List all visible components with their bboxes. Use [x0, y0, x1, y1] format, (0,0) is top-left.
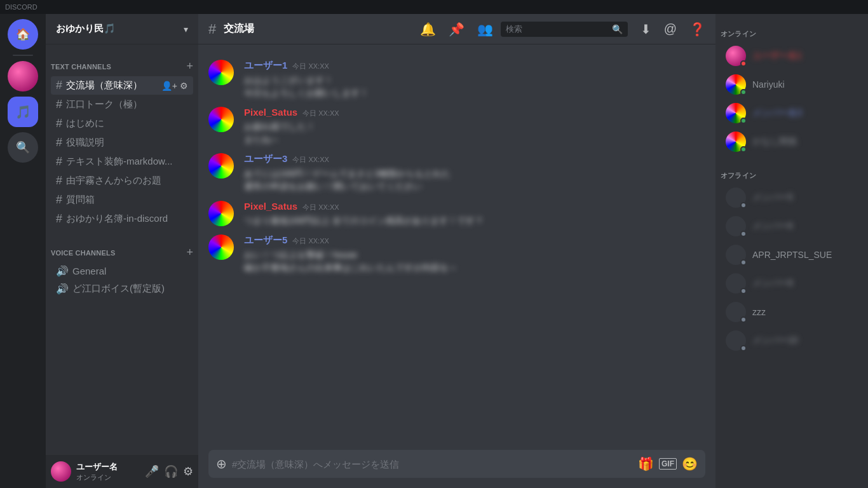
headset-icon[interactable]: 🎧 — [164, 464, 178, 478]
member-item[interactable]: メンバー8 — [721, 269, 863, 297]
member-avatar — [726, 302, 746, 322]
gift-icon[interactable]: 🎁 — [638, 456, 654, 471]
channel-name-shitsumon: 質問箱 — [66, 194, 188, 206]
member-avatar — [726, 216, 746, 236]
channel-item-eguchi[interactable]: # 江口トーク（極） — [51, 95, 193, 114]
member-avatar — [726, 245, 746, 265]
message-header: Pixel_Satus 今日 XX:XX — [244, 201, 705, 212]
channel-item-tekisuto[interactable]: # テキスト装飾-markdow... — [51, 152, 193, 171]
channel-name-kouryujo: 交流場（意味深） — [66, 79, 161, 92]
message-username: Pixel_Satus — [244, 201, 297, 212]
message-content: ユーザー1 今日 XX:XX おはようございます！ 今日もよろしくお願いします！ — [244, 60, 705, 99]
search-bar[interactable]: 🔍 — [501, 22, 628, 37]
channel-item-hajimeni[interactable]: # はじめに — [51, 114, 193, 133]
message-text: 確か不整地さんの出来事はこれいたんですが内容を～ — [244, 262, 705, 274]
members-icon[interactable]: 👥 — [477, 22, 493, 37]
app-title: DISCORD — [5, 3, 37, 11]
voice-icon: 🔊 — [56, 265, 69, 277]
server-icon-active[interactable]: 🎵 — [8, 97, 38, 127]
voice-channels-category[interactable]: VOICE CHANNELS + — [46, 236, 198, 262]
channel-item-yuziri[interactable]: # 由宇霧さんからのお題 — [51, 172, 193, 190]
channel-item-yakushoku[interactable]: # 役職説明 — [51, 133, 193, 152]
channel-item-kouryujo[interactable]: # 交流場（意味深） 👤+ ⚙ — [51, 76, 193, 95]
channel-item-nameboo[interactable]: # おゆかり名簿-in-discord — [51, 210, 193, 228]
member-item[interactable]: メンバー名3 — [721, 99, 863, 127]
channel-item-eguchi-voice[interactable]: 🔊 ど江口ボイス(暫定版) — [51, 280, 193, 297]
add-text-channel-icon[interactable]: + — [186, 60, 193, 73]
settings-icon[interactable]: ⚙ — [183, 464, 193, 478]
channel-name-general: General — [72, 266, 188, 276]
member-name: ユーザー名1 — [752, 50, 858, 62]
server-explore-icon[interactable]: 🔍 — [8, 132, 38, 163]
invite-icon[interactable]: 👤+ — [161, 81, 177, 91]
member-name: メンバー名3 — [752, 107, 858, 119]
channel-item-shitsumon[interactable]: # 質問箱 — [51, 191, 193, 209]
member-avatar — [726, 273, 746, 294]
member-avatar — [726, 132, 746, 152]
member-item[interactable]: かなし関係 — [721, 128, 863, 156]
user-avatar — [51, 461, 71, 482]
mention-icon[interactable]: @ — [664, 22, 677, 36]
channel-name-tekisuto: テキスト装飾-markdow... — [66, 156, 188, 168]
message-username: Pixel_Satus — [244, 107, 297, 118]
user-status: オンライン — [76, 473, 140, 482]
member-avatar — [726, 46, 746, 66]
message-input[interactable] — [232, 452, 633, 476]
message-timestamp: 今日 XX:XX — [302, 203, 339, 212]
text-channels-category[interactable]: TEXT CHANNELS + — [46, 50, 198, 76]
search-input[interactable] — [506, 24, 609, 34]
add-attachment-icon[interactable]: ⊕ — [216, 456, 227, 471]
channel-item-general-voice[interactable]: 🔊 General — [51, 262, 193, 280]
server-name: おゆかり民🎵 — [56, 23, 184, 35]
message-text: 今日もよろしくお願いします！ — [244, 87, 705, 100]
member-name: Nariyuki — [752, 79, 858, 90]
message-avatar — [208, 234, 234, 260]
member-name: zzz — [752, 307, 858, 317]
inbox-icon[interactable]: ⬇ — [641, 22, 651, 37]
member-avatar — [726, 187, 746, 208]
message-text: おはようございます！ — [244, 74, 705, 87]
notification-icon[interactable]: 🔔 — [420, 22, 436, 37]
channels-list: TEXT CHANNELS + # 交流場（意味深） 👤+ ⚙ # 江口トーク（… — [46, 44, 198, 455]
status-indicator — [740, 202, 747, 208]
hash-icon: # — [56, 212, 62, 226]
member-avatar — [726, 330, 746, 351]
member-item[interactable]: メンバー10 — [721, 327, 863, 355]
member-name: メンバー6 — [752, 220, 858, 232]
message-header: ユーザー5 今日 XX:XX — [244, 234, 705, 247]
member-item[interactable]: メンバー5 — [721, 184, 863, 212]
message-text: お疲れ様でした！ — [244, 121, 705, 133]
add-voice-channel-icon[interactable]: + — [186, 246, 193, 259]
member-name: メンバー5 — [752, 192, 858, 203]
member-item[interactable]: APR_JRPTSL_SUE — [721, 241, 863, 269]
server-icon-1[interactable] — [8, 61, 38, 92]
hash-icon: # — [56, 79, 62, 92]
message-text: 通常の申請をお願い！聞いておいてください — [244, 180, 705, 193]
message-group: ユーザー3 今日 XX:XX あてには100円！ゲームでまさと3種類からもとれた… — [198, 151, 715, 195]
mic-icon[interactable]: 🎤 — [145, 464, 159, 478]
user-info: ユーザー名 オンライン — [76, 461, 140, 482]
search-icon: 🔍 — [612, 24, 623, 34]
help-icon[interactable]: ❓ — [689, 22, 705, 37]
message-username: ユーザー5 — [244, 234, 287, 247]
status-indicator — [740, 231, 747, 237]
member-item[interactable]: Nariyuki — [721, 71, 863, 98]
message-avatar — [208, 60, 234, 85]
voice-icon: 🔊 — [56, 283, 69, 295]
message-text: またね～ — [244, 133, 705, 146]
settings-icon[interactable]: ⚙ — [180, 81, 188, 91]
member-item[interactable]: zzz — [721, 298, 863, 326]
server-home[interactable]: 🏠 — [8, 19, 38, 50]
server-header[interactable]: おゆかり民🎵 ▾ — [46, 14, 198, 44]
member-item[interactable]: ユーザー名1 — [721, 42, 863, 70]
member-name: メンバー8 — [752, 278, 858, 289]
channel-header: # 交流場 🔔 📌 👥 🔍 ⬇ @ ❓ — [198, 14, 715, 44]
channel-hash-icon: # — [208, 21, 216, 37]
member-item[interactable]: メンバー6 — [721, 212, 863, 240]
channel-name-nameboo: おゆかり名簿-in-discord — [66, 213, 188, 225]
emoji-icon[interactable]: 😊 — [682, 456, 698, 471]
message-group: Pixel_Satus 今日 XX:XX つまり最低100円以上 全てのコイン残… — [198, 198, 715, 230]
pin-icon[interactable]: 📌 — [449, 22, 465, 37]
hash-icon: # — [56, 174, 62, 187]
gif-icon[interactable]: GIF — [659, 458, 677, 470]
